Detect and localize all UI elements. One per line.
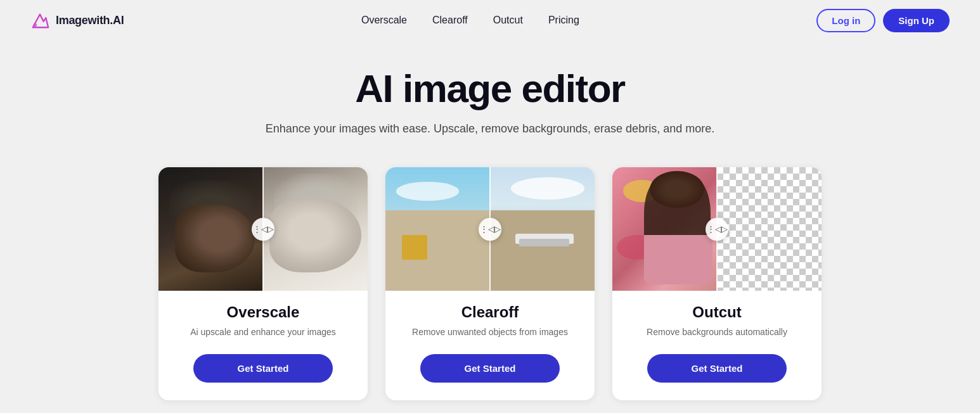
hero-subtitle: Enhance your images with ease. Upscale, … [266,122,714,136]
outcut-image: ⋮◁▷ [612,167,822,291]
logo-icon [30,11,49,30]
logo-text: Imagewith.AI [56,14,124,27]
nav-overscale[interactable]: Overscale [361,15,407,26]
slider-arrows-outcut-icon: ⋮◁▷ [707,224,728,234]
nav-outcut[interactable]: Outcut [493,15,523,26]
overscale-description: Ai upscale and enhance your images [190,326,336,339]
slider-arrows-icon: ⋮◁▷ [253,224,274,234]
outcut-title: Outcut [692,303,741,321]
overscale-title: Overscale [227,303,300,321]
login-button[interactable]: Log in [816,9,875,32]
card-outcut: ⋮◁▷ Outcut Remove backgrounds automatica… [612,167,822,400]
hero-title: AI image editor [355,66,624,111]
signup-button[interactable]: Sign Up [883,9,950,32]
logo[interactable]: Imagewith.AI [30,11,124,30]
nav-pricing[interactable]: Pricing [548,15,579,26]
outcut-card-body: Outcut Remove backgrounds automatically … [612,291,822,400]
nav-clearoff[interactable]: Clearoff [432,15,468,26]
outcut-description: Remove backgrounds automatically [647,326,787,339]
clearoff-title: Clearoff [461,303,519,321]
overscale-cta-button[interactable]: Get Started [193,354,333,383]
cards-row: ⋮◁▷ Overscale Ai upscale and enhance you… [158,167,822,400]
slider-arrows-clearoff-icon: ⋮◁▷ [480,224,501,234]
clearoff-image: ⋮◁▷ [385,167,595,291]
card-clearoff: ⋮◁▷ Clearoff Remove unwanted objects fro… [385,167,595,400]
clearoff-description: Remove unwanted objects from images [412,326,568,339]
header-buttons: Log in Sign Up [816,9,950,32]
slider-handle-overscale[interactable]: ⋮◁▷ [252,218,274,241]
outcut-cta-button[interactable]: Get Started [647,354,787,383]
card-overscale: ⋮◁▷ Overscale Ai upscale and enhance you… [158,167,368,400]
clearoff-cta-button[interactable]: Get Started [420,354,560,383]
main-nav: Overscale Clearoff Outcut Pricing [361,15,579,26]
slider-handle-outcut[interactable]: ⋮◁▷ [706,218,728,241]
overscale-image: ⋮◁▷ [158,167,368,291]
slider-handle-clearoff[interactable]: ⋮◁▷ [479,218,501,241]
overscale-card-body: Overscale Ai upscale and enhance your im… [158,291,368,400]
svg-point-1 [34,23,37,27]
clearoff-card-body: Clearoff Remove unwanted objects from im… [385,291,595,400]
